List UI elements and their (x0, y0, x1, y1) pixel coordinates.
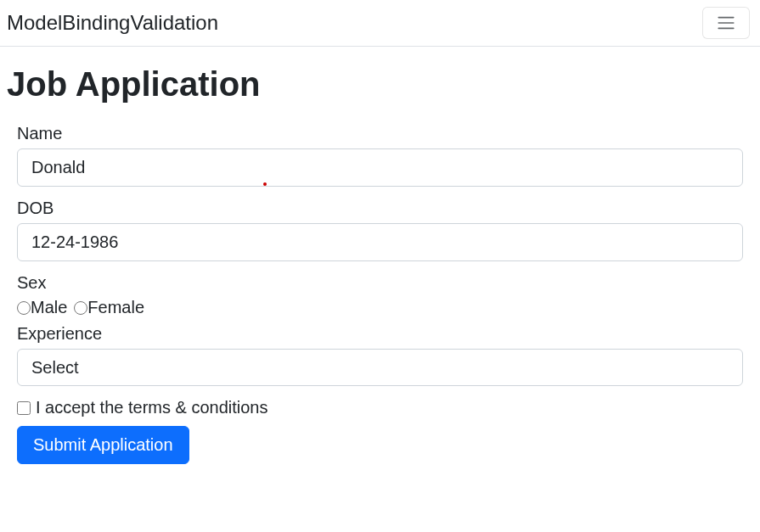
name-input[interactable] (17, 148, 743, 187)
submit-button[interactable]: Submit Application (17, 426, 189, 464)
form-group-sex: Sex Male Female (7, 273, 743, 317)
main-container: Job Application Name DOB Sex Male Female… (0, 47, 760, 486)
page-title: Job Application (7, 65, 743, 104)
terms-checkbox-group: I accept the terms & conditions (17, 398, 743, 417)
male-radio[interactable] (17, 301, 31, 315)
experience-select[interactable]: Select (17, 349, 743, 386)
navbar: ModelBindingValidation (0, 0, 760, 47)
sex-radio-group: Male Female (17, 298, 743, 317)
navbar-brand[interactable]: ModelBindingValidation (7, 11, 218, 35)
female-radio[interactable] (74, 301, 87, 315)
form-group-dob: DOB (7, 199, 743, 268)
female-radio-label[interactable]: Female (87, 298, 144, 317)
radio-item-male: Male (17, 298, 67, 317)
terms-checkbox[interactable] (17, 401, 31, 415)
name-label: Name (17, 124, 743, 143)
hamburger-icon (713, 13, 739, 33)
form-group-terms: I accept the terms & conditions Submit A… (7, 398, 743, 464)
male-radio-label[interactable]: Male (31, 298, 67, 317)
navbar-toggler-button[interactable] (702, 7, 750, 39)
dob-label: DOB (17, 199, 743, 218)
form-group-name: Name (7, 124, 743, 193)
terms-label[interactable]: I accept the terms & conditions (36, 398, 267, 417)
form-group-experience: Experience Select (7, 324, 743, 393)
experience-label: Experience (17, 324, 743, 344)
sex-label: Sex (17, 273, 743, 293)
dob-input[interactable] (17, 223, 743, 261)
radio-item-female: Female (74, 298, 144, 317)
